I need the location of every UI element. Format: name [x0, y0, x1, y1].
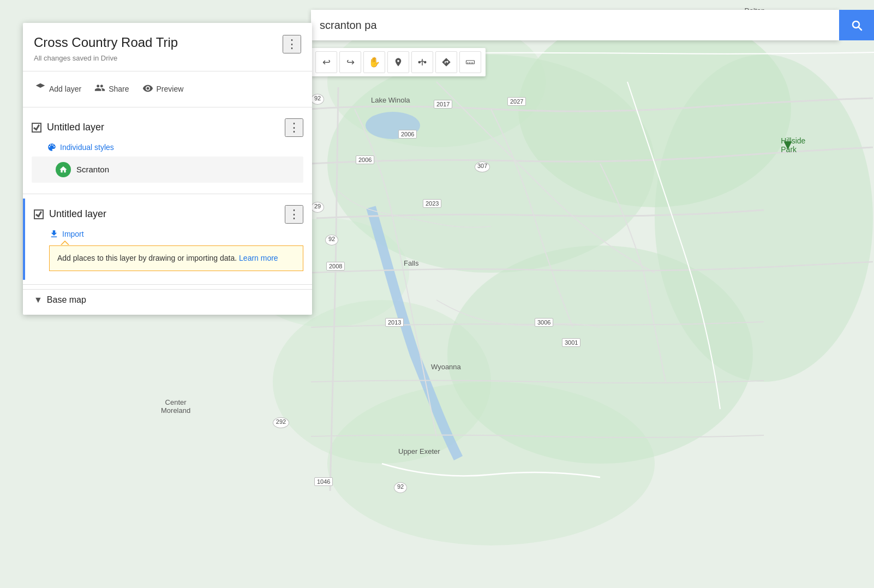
scranton-place-item[interactable]: Scranton [32, 157, 303, 183]
map-label-lake-winola: Lake Winola [371, 96, 410, 104]
road-badge-2013: 2013 [385, 318, 404, 327]
road-badge-2017: 2017 [434, 100, 452, 109]
draw-line-button[interactable] [411, 51, 433, 73]
header-divider [23, 71, 312, 71]
chevron-down-icon: ▼ [34, 295, 43, 305]
layer-1-title-row: Untitled layer [32, 122, 104, 133]
search-input[interactable]: scranton pa [311, 10, 839, 40]
road-badge-92-2: 92 [394, 482, 407, 493]
layer-2-checkbox[interactable] [34, 209, 44, 219]
measure-icon [465, 57, 475, 67]
share-label: Share [109, 85, 129, 93]
search-button[interactable] [839, 10, 874, 40]
basemap-divider [23, 284, 312, 285]
road-badge-92-3: 92 [311, 94, 324, 105]
side-panel: Cross Country Road Trip All changes save… [23, 23, 312, 315]
layer-divider [23, 194, 312, 194]
layer-1-more-button[interactable]: ⋮ [285, 118, 303, 137]
scranton-name: Scranton [76, 165, 109, 174]
styles-icon [47, 142, 57, 152]
layer-1-section: Untitled layer ⋮ Individual styles Scran… [23, 112, 312, 189]
panel-title: Cross Country Road Trip [34, 35, 178, 51]
road-badge-1046: 1046 [314, 477, 333, 486]
add-layer-label: Add layer [49, 85, 81, 93]
svg-point-10 [424, 62, 426, 63]
road-badge-92-1: 92 [325, 235, 338, 245]
measure-button[interactable] [459, 51, 481, 73]
road-badge-3006: 3006 [535, 318, 553, 327]
map-label-wyoanna: Wyoanna [431, 363, 461, 371]
action-divider [23, 107, 312, 107]
share-button[interactable]: Share [93, 80, 130, 98]
pan-button[interactable]: ✋ [363, 51, 385, 73]
learn-more-link[interactable]: Learn more [239, 254, 278, 262]
road-badge-307: 307 [475, 161, 490, 172]
preview-label: Preview [157, 85, 184, 93]
svg-point-7 [327, 382, 655, 545]
map-label-center-moreland: CenterMoreland [161, 398, 190, 415]
scranton-icon [56, 162, 71, 177]
map-label-upper-exeter: Upper Exeter [398, 447, 440, 455]
panel-header-text: Cross Country Road Trip All changes save… [34, 35, 178, 62]
directions-button[interactable] [435, 51, 457, 73]
add-layer-icon [35, 82, 46, 96]
import-text: Import [62, 230, 84, 238]
road-badge-2023: 2023 [423, 199, 441, 208]
action-bar: Add layer Share Preview [23, 76, 312, 103]
layer-2-name: Untitled layer [49, 208, 106, 220]
base-map-label: Base map [47, 295, 86, 305]
search-bar: scranton pa [311, 10, 874, 40]
draw-line-icon [417, 57, 427, 67]
add-layer-button[interactable]: Add layer [34, 80, 82, 98]
road-badge-29: 29 [311, 202, 324, 213]
redo-button[interactable]: ↪ [339, 51, 361, 73]
share-icon [94, 82, 105, 96]
map-label-falls: Falls [404, 259, 418, 267]
road-badge-2008: 2008 [326, 262, 345, 271]
tooltip-text: Add places to this layer by drawing or i… [57, 254, 239, 262]
import-link[interactable]: Import [25, 227, 312, 241]
road-badge-2006-2: 2006 [356, 155, 374, 164]
layer-2-section: Untitled layer ⋮ Import Add places to th… [23, 199, 312, 280]
marker-icon [393, 57, 403, 67]
tooltip-balloon: Add places to this layer by drawing or i… [49, 245, 303, 271]
undo-button[interactable]: ↩ [315, 51, 337, 73]
checkbox-checkmark [33, 124, 40, 131]
preview-icon [142, 83, 153, 95]
checkbox-2-checkmark [35, 211, 42, 218]
layer-2-more-button[interactable]: ⋮ [285, 205, 303, 224]
layer-1-name: Untitled layer [47, 122, 104, 133]
hillside-park-area: Hillside Park ▼ [781, 136, 795, 153]
svg-rect-12 [466, 61, 475, 64]
layer-2-header: Untitled layer ⋮ [25, 199, 312, 227]
road-badge-3001: 3001 [562, 338, 580, 347]
layer-1-header: Untitled layer ⋮ [23, 112, 312, 140]
individual-styles-text: Individual styles [60, 143, 114, 152]
map-toolbar: ↩ ↪ ✋ [311, 48, 486, 76]
road-badge-2027: 2027 [507, 97, 526, 106]
search-icon [850, 19, 863, 32]
base-map-section[interactable]: ▼ Base map [23, 289, 312, 310]
individual-styles-link[interactable]: Individual styles [23, 140, 312, 154]
svg-point-9 [418, 62, 420, 63]
directions-icon [441, 57, 451, 67]
import-icon [49, 229, 59, 239]
add-marker-button[interactable] [387, 51, 409, 73]
panel-more-button[interactable]: ⋮ [283, 35, 301, 53]
road-badge-2006-1: 2006 [398, 130, 417, 139]
preview-button[interactable]: Preview [141, 81, 185, 98]
layer-1-checkbox[interactable] [32, 123, 41, 133]
road-badge-292: 292 [273, 417, 289, 428]
layer-2-title-row: Untitled layer [34, 208, 106, 220]
panel-subtitle: All changes saved in Drive [34, 54, 178, 62]
panel-header: Cross Country Road Trip All changes save… [23, 23, 312, 67]
home-icon [59, 165, 68, 174]
park-label: Hillside Park [781, 136, 805, 154]
